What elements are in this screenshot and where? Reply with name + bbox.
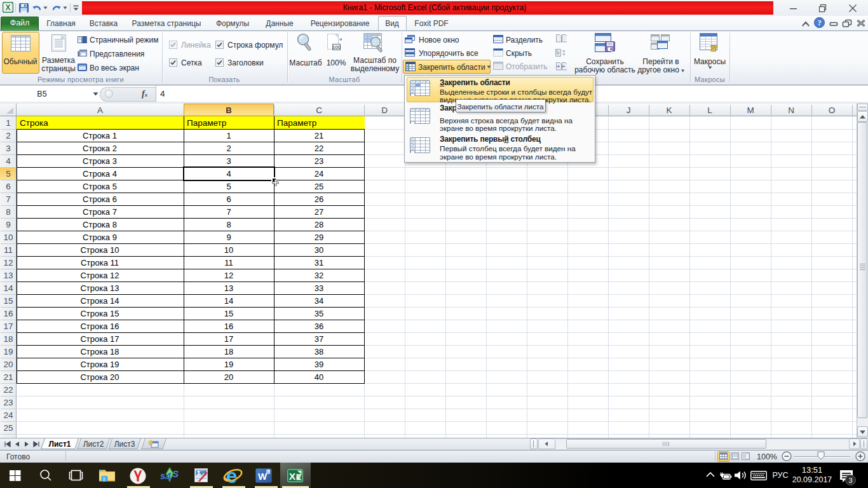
svg-text:100: 100 — [332, 44, 341, 50]
svg-text:W: W — [258, 471, 268, 482]
svg-text:S: S — [172, 468, 179, 479]
svg-text:X: X — [5, 3, 10, 12]
svg-text:3: 3 — [848, 477, 852, 484]
svg-text:e: e — [226, 466, 238, 486]
svg-text:?: ? — [817, 18, 821, 27]
svg-text:X: X — [289, 471, 296, 482]
svg-text:4: 4 — [165, 471, 172, 483]
